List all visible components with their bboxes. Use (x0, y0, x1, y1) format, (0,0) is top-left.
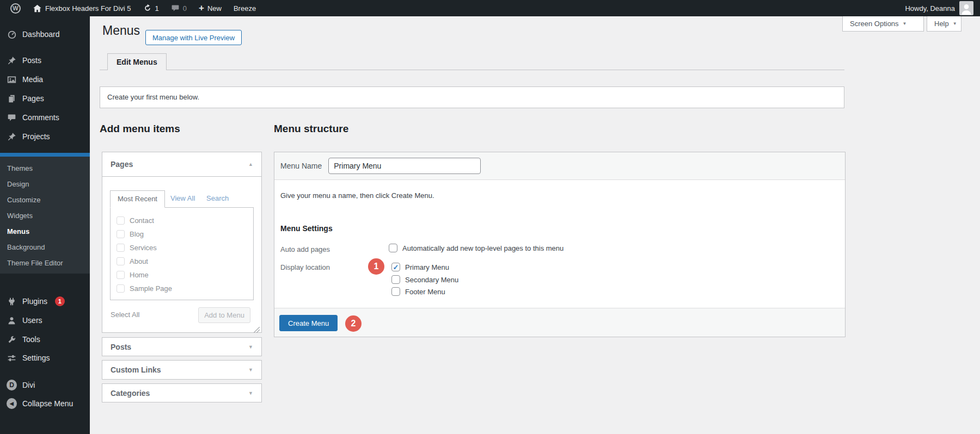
checkbox[interactable] (117, 257, 125, 265)
sidebar-item-projects[interactable]: Projects (0, 127, 90, 146)
checkbox[interactable] (117, 284, 125, 293)
breeze-label: Breeze (234, 4, 256, 13)
checkbox[interactable] (117, 230, 125, 238)
custom-links-panel-title: Custom Links (111, 365, 161, 374)
sidebar-item-label: Posts (22, 56, 41, 65)
wordpress-logo-menu[interactable]: W (4, 0, 27, 16)
sidebar-item-comments[interactable]: Comments (0, 108, 90, 127)
comments-menu[interactable]: 0 (165, 0, 193, 16)
sidebar-item-label: Settings (22, 354, 50, 362)
help-button[interactable]: Help ▼ (927, 16, 961, 32)
chevron-up-icon: ▲ (248, 162, 253, 167)
submenu-widgets[interactable]: Widgets (0, 208, 90, 224)
submenu-design[interactable]: Design (0, 177, 90, 192)
updates-menu[interactable]: 1 (137, 0, 165, 16)
checkbox[interactable] (391, 287, 400, 296)
menu-structure-box: Menu Name Give your menu a name, then cl… (274, 152, 846, 337)
select-all-link[interactable]: Select All (111, 311, 139, 319)
tab-edit-menus[interactable]: Edit Menus (107, 53, 167, 70)
annotation-step-2: 2 (345, 315, 362, 332)
page-checkbox-row[interactable]: Blog (111, 227, 253, 241)
sliders-icon (7, 353, 17, 363)
menu-name-label: Menu Name (280, 162, 322, 170)
page-checkbox-row[interactable]: Contact (111, 214, 253, 227)
sidebar-item-label: Comments (22, 113, 59, 122)
categories-panel-header[interactable]: Categories ▼ (102, 383, 262, 402)
submenu-themes[interactable]: Themes (0, 161, 90, 176)
tab-most-recent[interactable]: Most Recent (110, 190, 165, 208)
sidebar-item-settings[interactable]: Settings (0, 349, 90, 367)
submenu-menus[interactable]: Menus (0, 224, 90, 239)
page-checkbox-row[interactable]: Services (111, 241, 253, 255)
submenu-customize[interactable]: Customize (0, 193, 90, 208)
divi-logo-icon: D (7, 380, 17, 390)
account-menu[interactable]: Howdy, Deanna (905, 0, 980, 16)
menu-settings-heading: Menu Settings (280, 224, 333, 233)
page-item-label: Sample Page (130, 284, 172, 293)
pages-panel: Pages ▲ Most Recent View All Search Cont… (102, 152, 262, 333)
location-footer-menu[interactable]: Footer Menu (391, 287, 445, 296)
update-count: 1 (155, 4, 159, 13)
checkbox-checked[interactable]: ✓ (391, 263, 400, 271)
posts-panel-header[interactable]: Posts ▼ (102, 337, 262, 356)
sidebar-item-plugins[interactable]: Plugins 1 (0, 292, 90, 311)
chevron-down-icon: ▼ (953, 21, 957, 26)
checkbox[interactable] (117, 271, 125, 279)
page-item-label: Contact (130, 216, 154, 225)
sidebar-item-pages[interactable]: Pages (0, 89, 90, 108)
add-to-menu-button[interactable]: Add to Menu (198, 307, 250, 323)
sidebar-item-posts[interactable]: Posts (0, 51, 90, 70)
checkbox[interactable] (391, 275, 400, 284)
page-checkbox-row[interactable]: About (111, 255, 253, 268)
page-checkbox-row[interactable]: Home (111, 268, 253, 282)
howdy-text: Howdy, Deanna (905, 4, 955, 13)
checkbox[interactable] (117, 216, 125, 225)
auto-add-pages-label: Auto add pages (280, 245, 330, 253)
submenu-theme-file-editor[interactable]: Theme File Editor (0, 256, 90, 271)
auto-add-pages-option[interactable]: Automatically add new top-level pages to… (389, 244, 564, 252)
create-menu-button[interactable]: Create Menu (279, 315, 338, 331)
sidebar-item-divi[interactable]: D Divi (0, 376, 90, 394)
sidebar-item-tools[interactable]: Tools (0, 330, 90, 349)
help-label: Help (934, 20, 949, 28)
sidebar-item-media[interactable]: Media (0, 70, 90, 89)
sidebar-item-label: Projects (22, 132, 50, 141)
location-primary-menu[interactable]: ✓ Primary Menu (391, 263, 449, 271)
tab-search[interactable]: Search (206, 194, 229, 202)
sidebar-item-label: Dashboard (22, 30, 60, 39)
resize-handle[interactable] (254, 325, 260, 331)
site-name-menu[interactable]: Flexbox Headers For Divi 5 (27, 0, 137, 16)
new-label: New (207, 4, 222, 13)
tab-view-all[interactable]: View All (170, 194, 195, 202)
checkmark-icon: ✓ (393, 264, 399, 271)
new-content-menu[interactable]: + New (193, 0, 228, 16)
pages-panel-header[interactable]: Pages ▲ (102, 152, 261, 177)
auto-add-pages-option-label: Automatically add new top-level pages to… (402, 244, 564, 252)
plugins-update-badge: 1 (55, 296, 65, 306)
chevron-down-icon: ▼ (248, 344, 253, 350)
sidebar-item-collapse-menu[interactable]: ◀ Collapse Menu (0, 394, 90, 413)
submenu-background[interactable]: Background (0, 240, 90, 255)
wordpress-admin-screen: W Flexbox Headers For Divi 5 1 0 (0, 0, 980, 434)
checkbox[interactable] (389, 244, 397, 252)
sidebar-item-label: Collapse Menu (22, 399, 73, 408)
location-label: Footer Menu (405, 288, 445, 296)
posts-panel-title: Posts (111, 343, 131, 351)
sidebar-item-dashboard[interactable]: Dashboard (0, 25, 90, 44)
location-secondary-menu[interactable]: Secondary Menu (391, 275, 458, 284)
manage-live-preview-button[interactable]: Manage with Live Preview (145, 30, 242, 45)
screen-options-button[interactable]: Screen Options ▼ (842, 16, 924, 32)
page-checkbox-row[interactable]: Sample Page (111, 282, 253, 295)
appearance-submenu: Themes Design Customize Widgets Menus Ba… (0, 157, 90, 274)
plus-icon: + (199, 3, 204, 13)
media-icon (7, 75, 17, 85)
checkbox[interactable] (117, 244, 125, 252)
sidebar-item-users[interactable]: Users (0, 311, 90, 330)
main-content: Screen Options ▼ Help ▼ Menus Manage wit… (90, 16, 980, 434)
page-title: Menus (102, 23, 140, 38)
comments-icon (7, 113, 17, 123)
breeze-menu[interactable]: Breeze (228, 0, 262, 16)
menu-name-input[interactable] (328, 158, 481, 174)
sidebar-item-label: Users (22, 316, 42, 325)
custom-links-panel-header[interactable]: Custom Links ▼ (102, 360, 262, 380)
